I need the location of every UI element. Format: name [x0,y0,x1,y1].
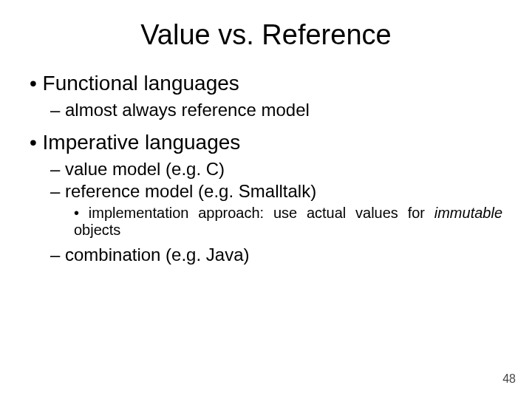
slide-title: Value vs. Reference [30,19,502,51]
sub-functional-ref: almost always reference model [50,100,502,120]
bullet-imperative-text: Imperative languages [43,131,241,154]
bullet-functional-text: Functional languages [43,72,239,95]
bullet-functional: Functional languages almost always refer… [30,72,502,120]
subsublist-impl: implementation approach: use actual valu… [50,205,502,239]
slide: Value vs. Reference Functional languages… [0,0,532,399]
sub-functional-ref-text: almost always reference model [65,100,310,120]
sub-reference-model-text: reference model (e.g. Smalltalk) [65,181,316,201]
sublist-imperative: value model (e.g. C) reference model (e.… [30,159,502,265]
sublist-functional: almost always reference model [30,100,502,120]
sub-combination-text: combination (e.g. Java) [65,245,249,265]
subsub-implementation: implementation approach: use actual valu… [74,205,502,239]
impl-text-b: immutable [434,205,502,221]
sub-value-model: value model (e.g. C) [50,159,502,180]
sub-reference-model: reference model (e.g. Smalltalk) impleme… [50,181,502,239]
impl-text-a: implementation approach: use actual valu… [89,205,434,221]
page-number: 48 [502,372,516,386]
bullet-imperative: Imperative languages value model (e.g. C… [30,131,502,265]
impl-text-c: objects [74,222,120,238]
sub-combination: combination (e.g. Java) [50,245,502,265]
sub-value-model-text: value model (e.g. C) [65,159,225,179]
bullet-list: Functional languages almost always refer… [30,72,502,265]
